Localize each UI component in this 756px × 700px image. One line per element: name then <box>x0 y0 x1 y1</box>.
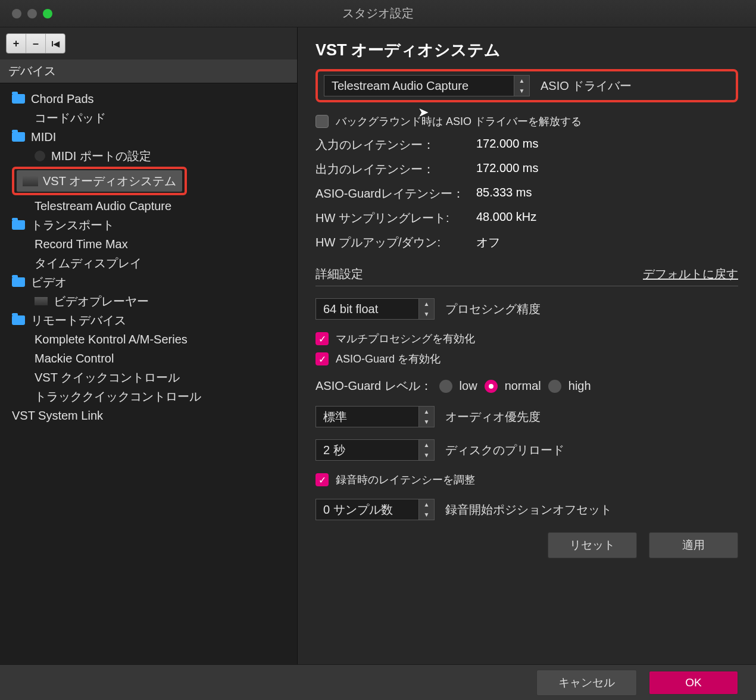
row-label: 録音開始ポジションオフセット <box>445 502 612 518</box>
add-button[interactable]: + <box>7 34 26 53</box>
combo-value: 標準 <box>316 409 418 425</box>
tree-label: MIDI ポートの設定 <box>51 146 151 165</box>
kv-val: 172.000 ms <box>476 161 539 177</box>
checkbox-label: ASIO-Guard を有効化 <box>336 352 441 366</box>
asio-driver-label: ASIO ドライバー <box>541 78 632 94</box>
multi-proc-row[interactable]: ✓ マルチプロセシングを有効化 <box>315 332 738 346</box>
combo-value: Telestream Audio Capture <box>324 79 514 93</box>
kv-val: 172.000 ms <box>476 137 539 153</box>
tree-label: VST クイックコントロール <box>35 368 180 387</box>
kv-key: ASIO-Guardレイテンシー： <box>315 186 476 202</box>
tree-item-vst-audio-selected[interactable]: VST オーディオシステム <box>7 165 297 196</box>
advanced-header: 詳細設定 デフォルトに戻す <box>315 266 738 286</box>
checkbox-label: マルチプロセシングを有効化 <box>336 332 475 346</box>
cancel-button[interactable]: キャンセル <box>536 670 637 696</box>
panel-heading: VST オーディオシステム <box>315 39 738 61</box>
release-bg-row[interactable]: バックグラウンド時は ASIO ドライバーを解放する <box>315 114 738 129</box>
tree-item-track-quick[interactable]: トラッククイックコントロール <box>7 387 297 406</box>
tree-label: Record Time Max <box>35 235 128 254</box>
tree-label: トランスポート <box>31 215 114 235</box>
kv-val: 48.000 kHz <box>476 210 536 226</box>
checkbox-asio-guard[interactable]: ✓ <box>315 352 329 365</box>
sidebar: + – I◀ デバイス Chord Pads コードパッド MIDI MIDI … <box>0 27 298 664</box>
updown-icon: ▲▼ <box>418 440 434 460</box>
kv-val: 85.333 ms <box>476 186 532 202</box>
device-toolbar: + – I◀ <box>6 33 65 54</box>
apply-button[interactable]: 適用 <box>649 532 738 558</box>
tree-item-midi-port[interactable]: MIDI ポートの設定 <box>7 146 297 165</box>
tree-item-telestream[interactable]: Telestream Audio Capture <box>7 196 297 215</box>
settings-panel: VST オーディオシステム Telestream Audio Capture ▲… <box>298 27 756 664</box>
radio-label: low <box>460 379 477 393</box>
asio-driver-select[interactable]: Telestream Audio Capture ▲▼ <box>324 75 530 96</box>
combo-value: 2 秒 <box>316 442 418 458</box>
processing-precision-select[interactable]: 64 bit float ▲▼ <box>315 298 435 320</box>
tree-label: ビデオプレーヤー <box>54 292 149 311</box>
video-icon <box>35 297 48 305</box>
asio-guard-level-row: ASIO-Guard レベル： low normal high <box>315 378 738 394</box>
asio-guard-row[interactable]: ✓ ASIO-Guard を有効化 <box>315 352 738 366</box>
kv-key: 出力のレイテンシー： <box>315 161 476 177</box>
disk-preload-select[interactable]: 2 秒 ▲▼ <box>315 439 435 461</box>
titlebar: スタジオ設定 <box>0 0 756 27</box>
tree-item-vst-quick[interactable]: VST クイックコントロール <box>7 368 297 387</box>
tree-item-time-display[interactable]: タイムディスプレイ <box>7 254 297 273</box>
driver-select-box: Telestream Audio Capture ▲▼ ASIO ドライバー <box>315 69 738 102</box>
radio-low[interactable] <box>439 380 452 393</box>
checkbox-release-bg[interactable] <box>315 115 329 128</box>
remove-button[interactable]: – <box>26 34 46 53</box>
tree-item-mackie[interactable]: Mackie Control <box>7 349 297 368</box>
folder-icon <box>12 220 25 230</box>
tree-item-chord-pad-jp[interactable]: コードパッド <box>7 108 297 127</box>
audio-priority-select[interactable]: 標準 ▲▼ <box>315 406 435 427</box>
checkbox-label: 録音時のレイテンシーを調整 <box>336 473 475 487</box>
tree-label: リモートデバイス <box>31 311 126 330</box>
checkbox-rec-lat[interactable]: ✓ <box>315 473 329 486</box>
folder-icon <box>12 315 25 325</box>
updown-icon: ▲▼ <box>418 407 434 427</box>
kv-latency-in: 入力のレイテンシー：172.000 ms <box>315 137 738 153</box>
tree-item-midi[interactable]: MIDI <box>7 127 297 146</box>
audio-priority-row: 標準 ▲▼ オーディオ優先度 <box>315 406 738 427</box>
rec-offset-field[interactable]: 0 サンプル数 ▲▼ <box>315 499 435 520</box>
reset-button[interactable]: リセット <box>548 532 637 558</box>
ok-button[interactable]: OK <box>649 671 738 695</box>
checkbox-multi-proc[interactable]: ✓ <box>315 332 329 345</box>
tree-item-chord-pads[interactable]: Chord Pads <box>7 89 297 108</box>
tree-item-remote[interactable]: リモートデバイス <box>7 311 297 330</box>
tree-label: ビデオ <box>31 273 67 292</box>
updown-icon: ▲▼ <box>514 76 529 96</box>
kv-key: HW プルアップ/ダウン: <box>315 235 476 251</box>
updown-icon: ▲▼ <box>418 299 434 319</box>
panel-buttons: リセット 適用 <box>315 532 738 558</box>
tree-item-video[interactable]: ビデオ <box>7 273 297 292</box>
tree-label: VST System Link <box>12 406 103 425</box>
checkbox-label: バックグラウンド時は ASIO ドライバーを解放する <box>336 114 582 129</box>
rec-lat-adjust-row[interactable]: ✓ 録音時のレイテンシーを調整 <box>315 473 738 487</box>
main-area: + – I◀ デバイス Chord Pads コードパッド MIDI MIDI … <box>0 27 756 664</box>
dot-icon <box>35 151 45 161</box>
radio-label: high <box>568 379 591 393</box>
tree-item-video-player[interactable]: ビデオプレーヤー <box>7 292 297 311</box>
updown-icon: ▲▼ <box>418 499 434 520</box>
tree-item-record-time[interactable]: Record Time Max <box>7 235 297 254</box>
kv-val: オフ <box>476 235 500 251</box>
tree-label: Telestream Audio Capture <box>35 196 171 215</box>
tree-item-transport[interactable]: トランスポート <box>7 215 297 235</box>
folder-icon <box>12 132 25 142</box>
radio-normal[interactable] <box>485 380 498 393</box>
processing-precision-row: 64 bit float ▲▼ プロセシング精度 <box>315 298 738 320</box>
kv-key: 入力のレイテンシー： <box>315 137 476 153</box>
tree-item-komplete[interactable]: Komplete Kontrol A/M-Series <box>7 330 297 349</box>
top-button[interactable]: I◀ <box>46 34 65 53</box>
reset-defaults-link[interactable]: デフォルトに戻す <box>643 266 738 282</box>
tree-label: Komplete Kontrol A/M-Series <box>35 330 188 349</box>
tree-item-vst-link[interactable]: VST System Link <box>7 406 297 425</box>
radio-high[interactable] <box>548 380 561 393</box>
kv-asio-guard-lat: ASIO-Guardレイテンシー：85.333 ms <box>315 186 738 202</box>
radio-group-label: ASIO-Guard レベル： <box>315 378 432 394</box>
window-title: スタジオ設定 <box>0 5 756 21</box>
tree-label: コードパッド <box>35 108 106 127</box>
row-label: オーディオ優先度 <box>445 409 541 425</box>
folder-icon <box>12 277 25 287</box>
